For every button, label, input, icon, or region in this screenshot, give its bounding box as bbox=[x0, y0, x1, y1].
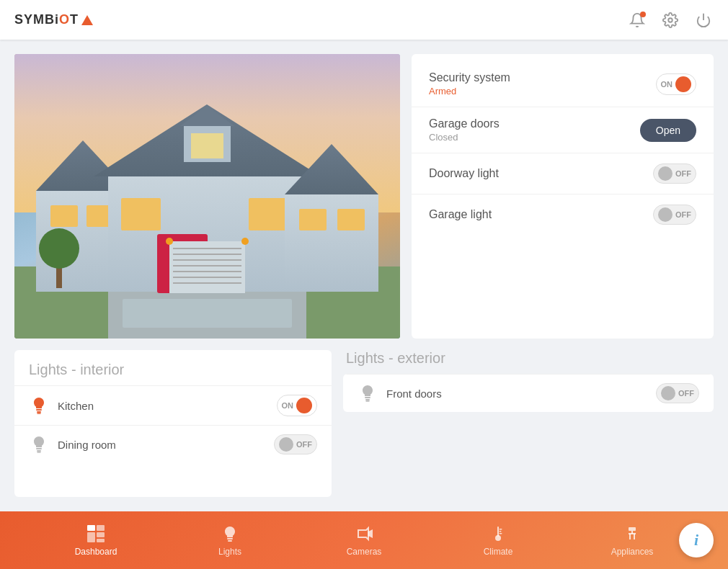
nav-climate-label: Climate bbox=[484, 547, 513, 557]
climate-icon bbox=[488, 524, 508, 544]
main-content: Security system Armed ON Garage doors Cl… bbox=[0, 40, 728, 511]
doorway-toggle-circle bbox=[658, 166, 672, 181]
dining-light-toggle[interactable]: OFF bbox=[274, 434, 317, 454]
svg-rect-17 bbox=[249, 198, 288, 230]
house-svg bbox=[14, 54, 400, 339]
top-section: Security system Armed ON Garage doors Cl… bbox=[14, 54, 714, 339]
doorway-light-control: Doorway light OFF bbox=[412, 153, 714, 194]
svg-point-34 bbox=[241, 238, 249, 245]
dining-light-name: Dining room bbox=[58, 439, 116, 451]
garage-light-control: Garage light OFF bbox=[412, 194, 714, 235]
kitchen-toggle-circle bbox=[296, 398, 312, 413]
nav-dashboard-label: Dashboard bbox=[75, 547, 117, 557]
svg-rect-55 bbox=[500, 529, 502, 530]
garage-light-label: Garage light bbox=[429, 208, 492, 221]
bottom-nav: Dashboard Lights Cameras bbox=[0, 511, 728, 569]
svg-rect-40 bbox=[36, 448, 42, 449]
svg-rect-15 bbox=[191, 133, 223, 158]
svg-rect-56 bbox=[500, 531, 502, 532]
security-toggle-circle bbox=[675, 76, 691, 92]
svg-rect-38 bbox=[36, 409, 42, 411]
svg-rect-44 bbox=[87, 525, 95, 531]
front-doors-toggle-circle bbox=[661, 386, 675, 400]
kitchen-bulb-icon bbox=[29, 395, 49, 416]
lights-icon bbox=[220, 524, 240, 544]
nav-cameras[interactable]: Cameras bbox=[335, 524, 393, 557]
controls-panel: Security system Armed ON Garage doors Cl… bbox=[412, 54, 714, 339]
svg-rect-48 bbox=[97, 539, 105, 542]
svg-rect-43 bbox=[365, 399, 370, 400]
lights-exterior-panel: Lights - exterior Front doo bbox=[343, 350, 714, 497]
svg-rect-49 bbox=[227, 538, 233, 539]
svg-point-0 bbox=[668, 18, 672, 22]
svg-marker-51 bbox=[358, 528, 368, 539]
kitchen-light-left: Kitchen bbox=[29, 395, 94, 416]
garage-toggle-label: OFF bbox=[675, 210, 691, 219]
info-icon: i bbox=[694, 531, 698, 550]
security-system-left: Security system Armed bbox=[429, 71, 510, 97]
security-system-control: Security system Armed ON bbox=[412, 61, 714, 107]
dashboard-icon bbox=[86, 524, 106, 544]
garage-doors-left: Garage doors Closed bbox=[429, 117, 500, 143]
svg-rect-37 bbox=[123, 299, 292, 328]
security-system-sublabel: Armed bbox=[429, 86, 510, 97]
bottom-section: Lights - interior Kitchen ON bbox=[14, 350, 714, 497]
house-image bbox=[14, 54, 400, 339]
doorway-light-left: Doorway light bbox=[429, 167, 499, 180]
power-icon[interactable] bbox=[693, 10, 714, 30]
front-doors-bulb-icon bbox=[358, 383, 378, 403]
dining-toggle-label: OFF bbox=[296, 440, 312, 449]
svg-rect-16 bbox=[121, 198, 161, 230]
garage-open-button[interactable]: Open bbox=[640, 119, 696, 142]
lights-exterior-title: Lights - exterior bbox=[343, 350, 714, 374]
notification-icon[interactable] bbox=[627, 10, 647, 30]
security-system-toggle[interactable]: ON bbox=[656, 73, 697, 95]
svg-point-54 bbox=[495, 535, 501, 541]
kitchen-light-toggle[interactable]: ON bbox=[277, 395, 318, 416]
nav-appliances-label: Appliances bbox=[611, 547, 654, 557]
svg-point-36 bbox=[39, 228, 79, 269]
svg-rect-9 bbox=[50, 205, 78, 227]
front-doors-light-toggle[interactable]: OFF bbox=[656, 383, 699, 403]
settings-icon[interactable] bbox=[660, 10, 680, 30]
appliances-icon bbox=[622, 524, 642, 544]
front-doors-toggle-label: OFF bbox=[678, 389, 694, 398]
svg-rect-41 bbox=[37, 450, 41, 452]
svg-rect-45 bbox=[97, 525, 105, 531]
doorway-light-toggle[interactable]: OFF bbox=[653, 163, 696, 184]
security-system-label: Security system bbox=[429, 71, 510, 84]
svg-rect-53 bbox=[497, 527, 499, 537]
svg-rect-35 bbox=[56, 266, 62, 288]
nav-dashboard[interactable]: Dashboard bbox=[67, 524, 125, 557]
front-doors-light-item: Front doors OFF bbox=[343, 374, 714, 412]
svg-rect-47 bbox=[97, 532, 105, 537]
dining-room-light-item: Dining room OFF bbox=[14, 425, 332, 463]
logo-triangle-icon bbox=[81, 15, 93, 25]
kitchen-light-item: Kitchen ON bbox=[14, 385, 332, 425]
svg-point-33 bbox=[166, 238, 173, 245]
logo-t: T bbox=[70, 12, 79, 27]
notification-dot bbox=[640, 12, 646, 17]
lights-interior-title: Lights - interior bbox=[14, 350, 332, 385]
security-toggle-label: ON bbox=[661, 80, 673, 89]
front-doors-light-name: Front doors bbox=[386, 387, 442, 400]
cameras-icon bbox=[354, 524, 374, 544]
dining-light-left: Dining room bbox=[29, 434, 116, 454]
garage-light-toggle[interactable]: OFF bbox=[653, 205, 696, 225]
kitchen-light-name: Kitchen bbox=[58, 400, 94, 412]
svg-rect-21 bbox=[337, 209, 365, 230]
svg-rect-57 bbox=[500, 533, 502, 534]
nav-appliances[interactable]: Appliances bbox=[603, 524, 661, 557]
nav-lights[interactable]: Lights bbox=[201, 524, 259, 557]
garage-doors-label: Garage doors bbox=[429, 117, 500, 130]
svg-rect-50 bbox=[228, 540, 232, 542]
nav-climate[interactable]: Climate bbox=[469, 524, 527, 557]
info-fab[interactable]: i bbox=[679, 523, 714, 557]
header-icons bbox=[627, 10, 714, 30]
header: SYMBiOT bbox=[0, 0, 728, 40]
logo-accent: O bbox=[59, 12, 70, 27]
svg-rect-18 bbox=[285, 194, 378, 292]
garage-light-left: Garage light bbox=[429, 208, 492, 221]
front-doors-light-left: Front doors bbox=[358, 383, 442, 403]
garage-doors-sublabel: Closed bbox=[429, 132, 500, 143]
